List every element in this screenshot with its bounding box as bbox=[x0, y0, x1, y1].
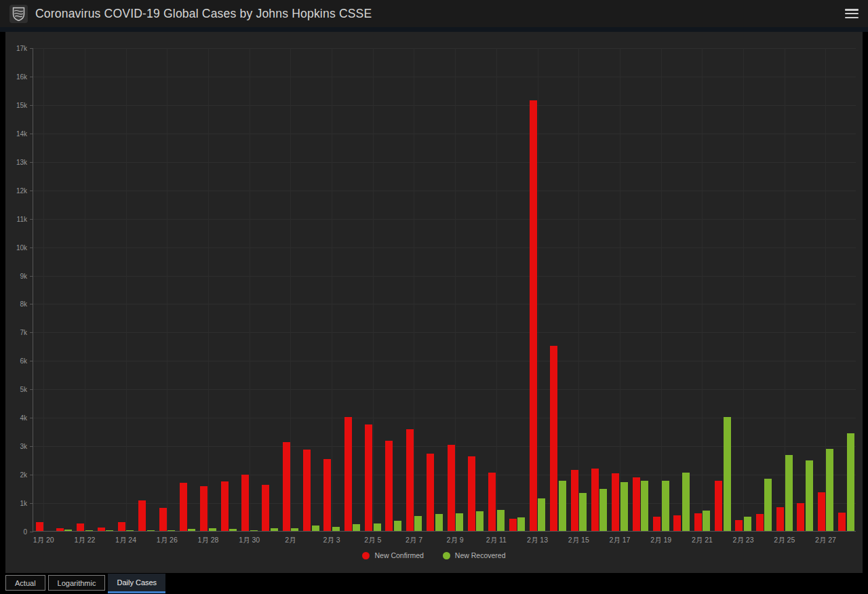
confirmed-bar-2月25[interactable] bbox=[776, 507, 784, 531]
y-tick-mark bbox=[30, 361, 33, 361]
recovered-bar-2月23[interactable] bbox=[744, 517, 751, 531]
recovered-bar-1月31[interactable] bbox=[271, 528, 278, 531]
confirmed-bar-2月15[interactable] bbox=[571, 470, 578, 531]
recovered-bar-2月7[interactable] bbox=[414, 516, 422, 531]
tab-daily-cases[interactable]: Daily Cases bbox=[108, 574, 165, 593]
recovered-bar-2月10[interactable] bbox=[476, 511, 484, 531]
recovered-bar-2月27[interactable] bbox=[826, 449, 833, 531]
recovered-bar-1月21[interactable] bbox=[64, 530, 72, 531]
hamburger-menu-icon[interactable] bbox=[845, 9, 859, 18]
recovered-bar-2月22[interactable] bbox=[724, 417, 731, 531]
recovered-bar-2月11[interactable] bbox=[497, 510, 505, 531]
confirmed-bar-2月8[interactable] bbox=[427, 454, 434, 531]
recovered-bar-2月20[interactable] bbox=[682, 473, 690, 531]
recovered-bar-2月8[interactable] bbox=[435, 514, 443, 531]
recovered-bar-2月17[interactable] bbox=[620, 482, 628, 531]
recovered-bar-2月3[interactable] bbox=[332, 527, 340, 531]
y-tick-mark bbox=[30, 446, 33, 447]
recovered-bar-2月13[interactable] bbox=[538, 498, 545, 531]
confirmed-bar-2月4[interactable] bbox=[344, 417, 352, 531]
y-tick-mark bbox=[30, 134, 33, 134]
recovered-bar-2月25[interactable] bbox=[785, 455, 793, 531]
confirmed-bar-2月1[interactable] bbox=[283, 442, 290, 531]
y-axis-tick-label: 9k bbox=[20, 272, 27, 279]
recovered-bar-2月24[interactable] bbox=[764, 479, 772, 531]
header-accent-strip bbox=[0, 27, 868, 32]
confirmed-bar-2月12[interactable] bbox=[509, 519, 517, 531]
confirmed-bar-2月18[interactable] bbox=[633, 477, 640, 531]
y-axis-tick-label: 15k bbox=[16, 101, 27, 108]
x-gridline bbox=[290, 48, 291, 531]
confirmed-bar-1月20[interactable] bbox=[36, 522, 43, 531]
y-gridline bbox=[33, 446, 856, 447]
recovered-bar-2月1[interactable] bbox=[291, 528, 298, 531]
recovered-bar-1月25[interactable] bbox=[147, 530, 155, 531]
confirmed-bar-2月17[interactable] bbox=[612, 473, 619, 531]
confirmed-bar-2月20[interactable] bbox=[673, 515, 681, 531]
confirmed-bar-2月2[interactable] bbox=[303, 450, 311, 531]
confirmed-bar-1月26[interactable] bbox=[159, 508, 167, 531]
confirmed-bar-2月27[interactable] bbox=[818, 492, 825, 531]
recovered-bar-2月12[interactable] bbox=[517, 517, 525, 531]
tab-actual[interactable]: Actual bbox=[5, 575, 45, 591]
confirmed-bar-1月27[interactable] bbox=[180, 483, 187, 531]
confirmed-bar-2月13[interactable] bbox=[530, 100, 537, 531]
y-tick-mark bbox=[30, 475, 33, 475]
confirmed-bar-2月6[interactable] bbox=[385, 441, 393, 531]
recovered-bar-1月26[interactable] bbox=[167, 530, 175, 531]
confirmed-bar-2月5[interactable] bbox=[365, 424, 372, 531]
confirmed-bar-2月28[interactable] bbox=[838, 513, 846, 531]
y-axis-tick-label: 1k bbox=[20, 500, 27, 507]
legend-item-confirmed[interactable]: New Confirmed bbox=[362, 551, 423, 559]
confirmed-bar-1月31[interactable] bbox=[262, 485, 269, 531]
recovered-bar-1月28[interactable] bbox=[209, 528, 216, 531]
recovered-bar-2月28[interactable] bbox=[847, 433, 854, 531]
confirmed-bar-2月22[interactable] bbox=[715, 481, 722, 531]
recovered-bar-2月5[interactable] bbox=[374, 523, 381, 531]
confirmed-bar-2月11[interactable] bbox=[488, 473, 496, 531]
confirmed-bar-1月23[interactable] bbox=[98, 528, 105, 531]
recovered-bar-1月22[interactable] bbox=[85, 530, 93, 531]
legend-item-recovered[interactable]: New Recovered bbox=[443, 551, 506, 559]
recovered-bar-2月19[interactable] bbox=[662, 481, 669, 531]
confirmed-bar-2月3[interactable] bbox=[323, 459, 331, 531]
recovered-bar-1月23[interactable] bbox=[106, 530, 113, 531]
confirmed-bar-2月9[interactable] bbox=[448, 445, 455, 531]
confirmed-bar-1月22[interactable] bbox=[77, 523, 84, 531]
recovered-bar-1月27[interactable] bbox=[188, 529, 195, 531]
recovered-bar-1月29[interactable] bbox=[229, 529, 237, 531]
confirmed-bar-2月24[interactable] bbox=[756, 514, 764, 531]
confirmed-bar-1月28[interactable] bbox=[200, 486, 208, 531]
confirmed-bar-2月19[interactable] bbox=[653, 517, 660, 531]
confirmed-bar-2月14[interactable] bbox=[550, 346, 557, 531]
y-gridline bbox=[33, 418, 856, 418]
confirmed-bar-1月30[interactable] bbox=[241, 475, 249, 531]
confirmed-bar-1月24[interactable] bbox=[118, 522, 125, 531]
confirmed-bar-1月29[interactable] bbox=[221, 481, 229, 531]
confirmed-bar-2月26[interactable] bbox=[797, 503, 804, 531]
recovered-bar-2月26[interactable] bbox=[806, 460, 813, 531]
y-axis-tick-label: 8k bbox=[20, 300, 27, 308]
confirmed-bar-2月16[interactable] bbox=[591, 469, 599, 531]
confirmed-bar-2月21[interactable] bbox=[694, 513, 702, 531]
recovered-bar-2月21[interactable] bbox=[703, 511, 710, 531]
confirmed-bar-2月23[interactable] bbox=[735, 520, 743, 531]
confirmed-bar-2月7[interactable] bbox=[406, 429, 414, 531]
y-axis-tick-label: 2k bbox=[20, 471, 27, 479]
recovered-bar-2月6[interactable] bbox=[394, 521, 401, 531]
recovered-bar-2月4[interactable] bbox=[353, 524, 360, 531]
app-header: Coronavirus COVID-19 Global Cases by Joh… bbox=[0, 0, 868, 27]
recovered-bar-2月14[interactable] bbox=[559, 481, 566, 531]
confirmed-bar-2月10[interactable] bbox=[468, 456, 475, 531]
recovered-bar-2月15[interactable] bbox=[579, 493, 587, 531]
recovered-bar-2月2[interactable] bbox=[312, 526, 319, 531]
recovered-bar-1月30[interactable] bbox=[250, 530, 258, 531]
tab-logarithmic[interactable]: Logarithmic bbox=[48, 575, 106, 591]
recovered-bar-2月16[interactable] bbox=[599, 489, 607, 531]
recovered-bar-2月9[interactable] bbox=[456, 513, 463, 531]
recovered-bar-1月24[interactable] bbox=[126, 530, 134, 531]
confirmed-bar-1月25[interactable] bbox=[138, 500, 146, 531]
recovered-bar-2月18[interactable] bbox=[641, 481, 648, 531]
confirmed-bar-1月21[interactable] bbox=[56, 528, 64, 531]
y-tick-mark bbox=[30, 105, 33, 106]
